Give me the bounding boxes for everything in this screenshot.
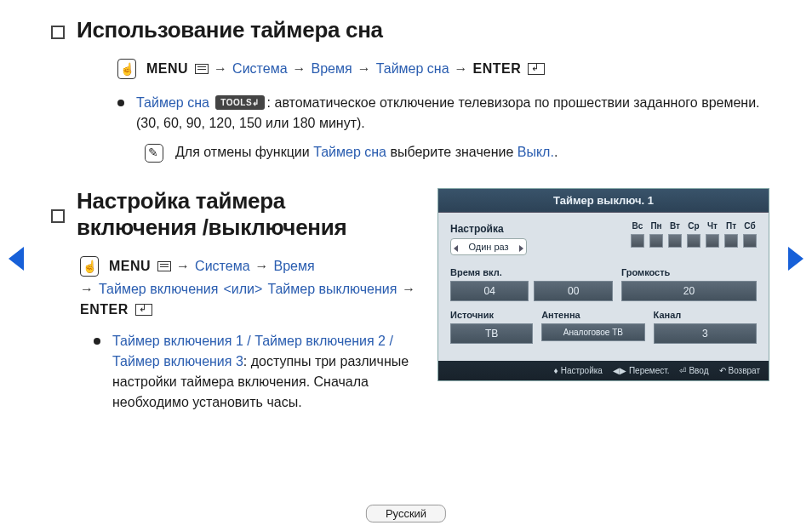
bullet-text: Таймер включения 1 / Таймер включения 2 … [112, 331, 424, 413]
section1-header: Использование таймера сна [51, 17, 769, 43]
enter-icon [528, 63, 545, 75]
section2-bullet: Таймер включения 1 / Таймер включения 2 … [94, 331, 424, 413]
next-page-arrow[interactable] [788, 247, 803, 271]
day-sat[interactable]: Сб [743, 221, 757, 248]
osd-channel-label: Канал [654, 310, 757, 320]
osd-footer: ♦Настройка ◀▶Перемест. ⏎Ввод ↶Возврат [438, 361, 769, 380]
day-thu[interactable]: Чт [706, 221, 719, 248]
osd-antenna-col: Антенна Аналоговое ТВ [541, 310, 644, 344]
footer-enter: ⏎Ввод [679, 366, 708, 375]
section2-title: Настройка таймера включения /выключения [77, 188, 346, 241]
path-system: Система [195, 259, 249, 274]
arrow-icon: → [255, 259, 269, 274]
manual-page: Использование таймера сна ☝ MENU → Систе… [0, 0, 812, 421]
enter-label: ENTER [80, 302, 129, 317]
osd-antenna-label: Антенна [541, 310, 644, 320]
footer-setup: ♦Настройка [554, 366, 603, 375]
leftright-icon: ◀▶ [613, 366, 626, 375]
section-bullet-icon [51, 209, 65, 223]
day-wed[interactable]: Ср [687, 221, 700, 248]
day-fri[interactable]: Пт [724, 221, 738, 248]
osd-setup-select[interactable]: Один раз [450, 238, 527, 255]
osd-volume-label: Громкость [621, 267, 757, 277]
path-time: Время [312, 61, 352, 77]
arrow-icon: → [214, 61, 227, 77]
menu-grid-icon [195, 64, 209, 74]
return-icon: ↶ [719, 366, 726, 375]
menu-label: MENU [109, 259, 151, 274]
checkbox-icon[interactable] [687, 234, 700, 248]
arrow-icon: → [402, 282, 415, 297]
path-ontimer: Таймер включения [99, 282, 218, 297]
section1-title: Использование таймера сна [77, 17, 383, 43]
section2-header: Настройка таймера включения /выключения [51, 188, 424, 241]
osd-antenna-value[interactable]: Аналоговое ТВ [541, 323, 644, 341]
osd-time-minute[interactable]: 00 [534, 281, 612, 301]
menu-grid-icon [157, 261, 171, 271]
note-text: Для отмены функции Таймер сна выберите з… [175, 142, 558, 163]
osd-volume-value[interactable]: 20 [621, 281, 757, 301]
arrow-icon: → [293, 61, 306, 77]
osd-source-col: Источник ТВ [450, 310, 533, 344]
tools-badge: TOOLS↲ [215, 95, 264, 110]
path-or: <или> [223, 282, 262, 297]
osd-panel: Таймер выключ. 1 Настройка Один раз Вс П… [437, 188, 769, 381]
osd-title: Таймер выключ. 1 [438, 189, 769, 213]
section1-note: Для отмены функции Таймер сна выберите з… [145, 142, 769, 163]
arrow-icon: → [357, 61, 371, 77]
day-mon[interactable]: Пн [649, 221, 663, 248]
menu-path-1: ☝ MENU → Система → Время → Таймер сна → … [117, 59, 769, 79]
osd-time-volume-row: Время вкл. 04 00 Громкость 20 [450, 267, 757, 301]
checkbox-icon[interactable] [724, 234, 738, 248]
path-sleep: Таймер сна [376, 61, 449, 77]
bullet-icon [117, 100, 124, 106]
arrow-icon: → [455, 61, 468, 77]
footer-move: ◀▶Перемест. [613, 366, 670, 375]
footer-return: ↶Возврат [719, 366, 761, 375]
osd-volume-col: Громкость 20 [621, 267, 757, 301]
section2-text-column: Настройка таймера включения /выключения … [51, 188, 424, 421]
prev-page-arrow[interactable] [9, 247, 24, 271]
osd-setup-row: Настройка Один раз Вс Пн Вт Ср Чт Пт Сб [450, 223, 757, 255]
section2-columns: Настройка таймера включения /выключения … [51, 188, 769, 421]
osd-days-grid: Вс Пн Вт Ср Чт Пт Сб [534, 221, 757, 248]
path-time: Время [274, 259, 315, 274]
osd-source-row: Источник ТВ Антенна Аналоговое ТВ Канал … [450, 310, 757, 344]
osd-time-col: Время вкл. 04 00 [450, 267, 613, 301]
language-badge: Русский [366, 505, 446, 522]
note-pencil-icon [145, 144, 163, 163]
checkbox-icon[interactable] [668, 234, 682, 248]
osd-time-hour[interactable]: 04 [450, 281, 529, 301]
arrow-icon: → [80, 282, 94, 297]
menu-path-2: ☝ MENU → Система → Время [80, 256, 424, 277]
note-link2: Выкл. [518, 145, 554, 159]
bullet-text: Таймер сна TOOLS↲: автоматическое отключ… [136, 93, 769, 134]
menu-label: MENU [146, 61, 188, 77]
sleep-timer-link: Таймер сна [136, 95, 209, 110]
remote-hand-icon: ☝ [80, 256, 99, 277]
bullet-icon [94, 338, 100, 345]
osd-channel-col: Канал 3 [654, 310, 757, 344]
osd-column: Таймер выключ. 1 Настройка Один раз Вс П… [437, 188, 769, 421]
osd-source-value[interactable]: ТВ [450, 323, 533, 344]
checkbox-icon[interactable] [649, 234, 663, 248]
enter-icon [135, 304, 152, 316]
checkbox-icon[interactable] [706, 234, 719, 248]
remote-hand-icon: ☝ [117, 59, 136, 79]
osd-body: Настройка Один раз Вс Пн Вт Ср Чт Пт Сб [438, 213, 769, 361]
osd-setup-block: Настройка Один раз [450, 223, 527, 255]
osd-source-label: Источник [450, 310, 533, 320]
enter-label: ENTER [473, 61, 522, 77]
updown-icon: ♦ [554, 366, 558, 375]
osd-time-label: Время вкл. [450, 267, 613, 277]
menu-path-2b: → Таймер включения <или> Таймер выключен… [80, 282, 424, 317]
path-system: Система [232, 61, 287, 77]
enter-glyph-icon: ⏎ [679, 366, 686, 375]
section1-bullet: Таймер сна TOOLS↲: автоматическое отключ… [117, 93, 769, 134]
day-sun[interactable]: Вс [631, 221, 644, 248]
checkbox-icon[interactable] [631, 234, 644, 248]
note-link1: Таймер сна [313, 145, 386, 159]
checkbox-icon[interactable] [743, 234, 757, 248]
day-tue[interactable]: Вт [668, 221, 682, 248]
osd-channel-value[interactable]: 3 [654, 323, 757, 344]
